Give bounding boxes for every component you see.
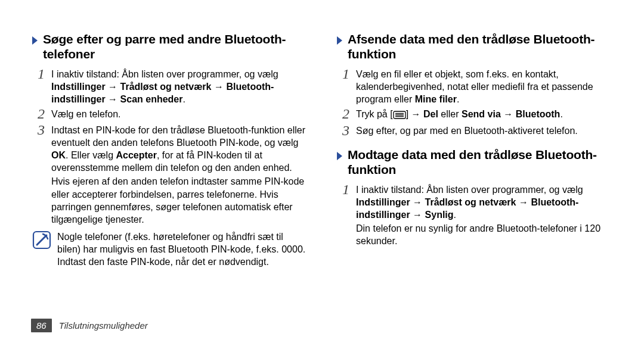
step-number: 1 [31, 67, 51, 82]
step-number: 1 [336, 182, 356, 197]
list-item: 2 Vælg en telefon. [31, 107, 308, 121]
step-number: 2 [336, 107, 356, 121]
svg-marker-8 [337, 152, 342, 160]
note-icon [31, 229, 52, 251]
svg-marker-3 [337, 36, 342, 45]
heading-text: Søge efter og parre med andre Bluetooth-… [43, 32, 308, 62]
heading-text: Modtage data med den trådløse Bluetooth-… [348, 148, 613, 177]
list-item: 2 Tryk på [] → Del eller Send via → Blue… [336, 107, 613, 122]
heading-send-bluetooth: Afsende data med den trådløse Bluetooth-… [336, 32, 613, 62]
page-number: 86 [31, 319, 52, 332]
step-body: I inaktiv tilstand: Åbn listen over prog… [51, 67, 308, 105]
step-body: Søg efter, og par med en Bluetooth-aktiv… [356, 123, 578, 137]
step-body: Vælg en telefon. [51, 107, 121, 120]
footer: 86 Tilslutningsmuligheder [31, 319, 148, 332]
list-item: 1 I inaktiv tilstand: Åbn listen over pr… [31, 67, 308, 105]
paragraph: Hvis ejeren af den anden telefon indtast… [51, 175, 308, 225]
step-number: 3 [31, 123, 51, 138]
step-body: I inaktiv tilstand: Åbn listen over prog… [356, 182, 613, 221]
list-item: 1 Vælg en fil eller et objekt, som f.eks… [336, 67, 613, 105]
svg-line-2 [37, 235, 47, 245]
list-item: 1 I inaktiv tilstand: Åbn listen over pr… [336, 182, 613, 221]
list-item: 3 Søg efter, og par med en Bluetooth-akt… [336, 123, 613, 138]
step-body: Vælg en fil eller et objekt, som f.eks. … [356, 67, 613, 105]
chevron-right-icon [336, 32, 348, 45]
heading-receive-bluetooth: Modtage data med den trådløse Bluetooth-… [336, 148, 613, 177]
list-item: 3 Indtast en PIN-kode for den trådløse B… [31, 123, 308, 174]
chevron-right-icon [31, 32, 43, 45]
chevron-right-icon [336, 148, 348, 161]
note-text: Nogle telefoner (f.eks. høretelefoner og… [57, 229, 308, 268]
right-column: Afsende data med den trådløse Bluetooth-… [336, 32, 613, 310]
step-body: Indtast en PIN-kode for den trådløse Blu… [51, 123, 308, 174]
footer-section: Tilslutningsmuligheder [59, 320, 148, 331]
step-number: 2 [31, 107, 51, 121]
heading-pair-bluetooth: Søge efter og parre med andre Bluetooth-… [31, 32, 308, 62]
paragraph: Din telefon er nu synlig for andre Bluet… [356, 222, 613, 247]
menu-icon [393, 110, 406, 122]
step-number: 1 [336, 67, 356, 82]
left-column: Søge efter og parre med andre Bluetooth-… [31, 32, 308, 310]
heading-text: Afsende data med den trådløse Bluetooth-… [348, 32, 613, 62]
step-number: 3 [336, 123, 356, 138]
step-body: Tryk på [] → Del eller Send via → Blueto… [356, 107, 563, 122]
svg-marker-0 [32, 36, 38, 45]
note-box: Nogle telefoner (f.eks. høretelefoner og… [31, 229, 308, 268]
